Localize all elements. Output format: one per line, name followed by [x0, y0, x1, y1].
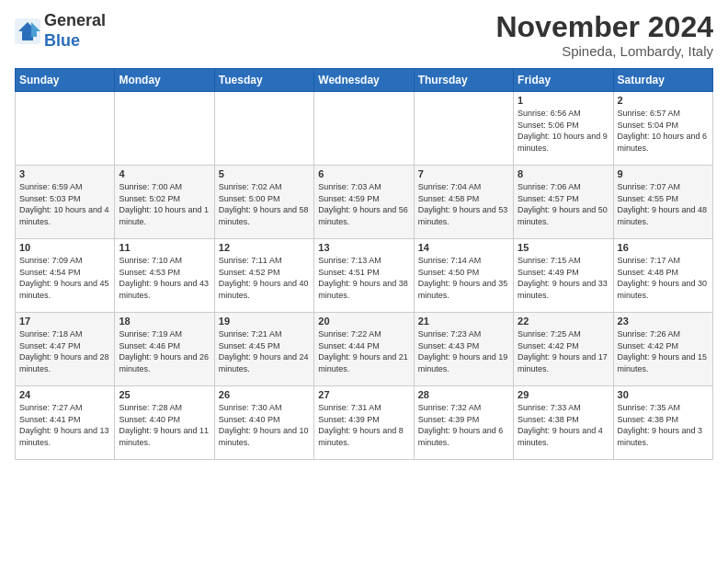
- day-info: Sunrise: 7:27 AM Sunset: 4:41 PM Dayligh…: [19, 402, 110, 448]
- calendar-week-row: 24Sunrise: 7:27 AM Sunset: 4:41 PM Dayli…: [16, 386, 713, 460]
- calendar-cell: 13Sunrise: 7:13 AM Sunset: 4:51 PM Dayli…: [314, 239, 414, 313]
- day-info: Sunrise: 7:26 AM Sunset: 4:42 PM Dayligh…: [618, 328, 709, 374]
- month-title: November 2024: [495, 11, 713, 43]
- calendar-cell: 3Sunrise: 6:59 AM Sunset: 5:03 PM Daylig…: [16, 166, 115, 239]
- day-info: Sunrise: 7:35 AM Sunset: 4:38 PM Dayligh…: [618, 402, 709, 448]
- day-number: 13: [318, 242, 409, 253]
- calendar-week-row: 1Sunrise: 6:56 AM Sunset: 5:06 PM Daylig…: [16, 92, 713, 166]
- day-number: 29: [518, 389, 609, 400]
- day-info: Sunrise: 7:23 AM Sunset: 4:43 PM Dayligh…: [418, 328, 509, 374]
- day-info: Sunrise: 7:25 AM Sunset: 4:42 PM Dayligh…: [518, 328, 609, 374]
- day-number: 18: [119, 316, 210, 327]
- day-info: Sunrise: 7:21 AM Sunset: 4:45 PM Dayligh…: [219, 328, 310, 374]
- weekday-header: Friday: [514, 69, 613, 92]
- calendar-cell: 2Sunrise: 6:57 AM Sunset: 5:04 PM Daylig…: [613, 92, 712, 166]
- day-number: 8: [518, 168, 609, 179]
- day-number: 2: [618, 95, 709, 106]
- calendar-cell: 15Sunrise: 7:15 AM Sunset: 4:49 PM Dayli…: [514, 239, 613, 313]
- calendar-cell: 20Sunrise: 7:22 AM Sunset: 4:44 PM Dayli…: [314, 313, 414, 386]
- day-number: 21: [418, 316, 509, 327]
- calendar-table: SundayMondayTuesdayWednesdayThursdayFrid…: [15, 68, 713, 460]
- calendar-cell: 6Sunrise: 7:03 AM Sunset: 4:59 PM Daylig…: [314, 166, 414, 239]
- calendar-cell: 11Sunrise: 7:10 AM Sunset: 4:53 PM Dayli…: [115, 239, 214, 313]
- calendar-cell: 18Sunrise: 7:19 AM Sunset: 4:46 PM Dayli…: [115, 313, 214, 386]
- day-info: Sunrise: 6:56 AM Sunset: 5:06 PM Dayligh…: [518, 108, 609, 154]
- calendar-header-row: SundayMondayTuesdayWednesdayThursdayFrid…: [16, 69, 713, 92]
- weekday-header: Sunday: [16, 69, 115, 92]
- weekday-header: Monday: [115, 69, 214, 92]
- day-info: Sunrise: 7:03 AM Sunset: 4:59 PM Dayligh…: [318, 181, 409, 227]
- page: General Blue November 2024 Spineda, Lomb…: [0, 0, 728, 563]
- day-number: 15: [518, 242, 609, 253]
- title-block: November 2024 Spineda, Lombardy, Italy: [495, 11, 713, 59]
- calendar-cell: [16, 92, 115, 166]
- calendar-cell: 24Sunrise: 7:27 AM Sunset: 4:41 PM Dayli…: [16, 386, 115, 460]
- day-info: Sunrise: 7:22 AM Sunset: 4:44 PM Dayligh…: [318, 328, 409, 374]
- calendar-cell: 4Sunrise: 7:00 AM Sunset: 5:02 PM Daylig…: [115, 166, 214, 239]
- calendar-cell: 23Sunrise: 7:26 AM Sunset: 4:42 PM Dayli…: [613, 313, 712, 386]
- calendar-cell: [414, 92, 513, 166]
- day-number: 9: [618, 168, 709, 179]
- day-info: Sunrise: 7:10 AM Sunset: 4:53 PM Dayligh…: [119, 255, 210, 301]
- logo: General Blue: [15, 11, 106, 51]
- logo-icon: [15, 18, 40, 44]
- day-info: Sunrise: 7:33 AM Sunset: 4:38 PM Dayligh…: [518, 402, 609, 448]
- weekday-header: Thursday: [414, 69, 513, 92]
- calendar-cell: 7Sunrise: 7:04 AM Sunset: 4:58 PM Daylig…: [414, 166, 513, 239]
- day-number: 14: [418, 242, 509, 253]
- day-info: Sunrise: 7:06 AM Sunset: 4:57 PM Dayligh…: [518, 181, 609, 227]
- calendar-cell: 12Sunrise: 7:11 AM Sunset: 4:52 PM Dayli…: [214, 239, 313, 313]
- logo-text: General Blue: [44, 11, 106, 51]
- calendar-cell: 16Sunrise: 7:17 AM Sunset: 4:48 PM Dayli…: [613, 239, 712, 313]
- day-number: 7: [418, 168, 509, 179]
- calendar-cell: 25Sunrise: 7:28 AM Sunset: 4:40 PM Dayli…: [115, 386, 214, 460]
- day-info: Sunrise: 7:09 AM Sunset: 4:54 PM Dayligh…: [19, 255, 110, 301]
- calendar-cell: [314, 92, 414, 166]
- day-number: 20: [318, 316, 409, 327]
- day-number: 3: [19, 168, 110, 179]
- location: Spineda, Lombardy, Italy: [495, 43, 713, 59]
- weekday-header: Wednesday: [314, 69, 414, 92]
- day-info: Sunrise: 7:02 AM Sunset: 5:00 PM Dayligh…: [219, 181, 310, 227]
- day-info: Sunrise: 7:18 AM Sunset: 4:47 PM Dayligh…: [19, 328, 110, 374]
- day-number: 11: [119, 242, 210, 253]
- day-number: 26: [219, 389, 310, 400]
- weekday-header: Tuesday: [214, 69, 313, 92]
- day-number: 28: [418, 389, 509, 400]
- day-number: 19: [219, 316, 310, 327]
- day-info: Sunrise: 7:17 AM Sunset: 4:48 PM Dayligh…: [618, 255, 709, 301]
- calendar-cell: [214, 92, 313, 166]
- calendar-cell: 27Sunrise: 7:31 AM Sunset: 4:39 PM Dayli…: [314, 386, 414, 460]
- day-number: 30: [618, 389, 709, 400]
- day-info: Sunrise: 6:59 AM Sunset: 5:03 PM Dayligh…: [19, 181, 110, 227]
- day-number: 22: [518, 316, 609, 327]
- day-info: Sunrise: 7:31 AM Sunset: 4:39 PM Dayligh…: [318, 402, 409, 448]
- day-number: 4: [119, 168, 210, 179]
- calendar-cell: 10Sunrise: 7:09 AM Sunset: 4:54 PM Dayli…: [16, 239, 115, 313]
- day-info: Sunrise: 7:32 AM Sunset: 4:39 PM Dayligh…: [418, 402, 509, 448]
- day-number: 1: [518, 95, 609, 106]
- calendar-cell: 8Sunrise: 7:06 AM Sunset: 4:57 PM Daylig…: [514, 166, 613, 239]
- day-number: 25: [119, 389, 210, 400]
- calendar-cell: 14Sunrise: 7:14 AM Sunset: 4:50 PM Dayli…: [414, 239, 513, 313]
- calendar-cell: 28Sunrise: 7:32 AM Sunset: 4:39 PM Dayli…: [414, 386, 513, 460]
- day-info: Sunrise: 7:00 AM Sunset: 5:02 PM Dayligh…: [119, 181, 210, 227]
- calendar-cell: 5Sunrise: 7:02 AM Sunset: 5:00 PM Daylig…: [214, 166, 313, 239]
- calendar-cell: 22Sunrise: 7:25 AM Sunset: 4:42 PM Dayli…: [514, 313, 613, 386]
- calendar-cell: 29Sunrise: 7:33 AM Sunset: 4:38 PM Dayli…: [514, 386, 613, 460]
- day-info: Sunrise: 7:28 AM Sunset: 4:40 PM Dayligh…: [119, 402, 210, 448]
- day-info: Sunrise: 6:57 AM Sunset: 5:04 PM Dayligh…: [618, 108, 709, 154]
- calendar-cell: 19Sunrise: 7:21 AM Sunset: 4:45 PM Dayli…: [214, 313, 313, 386]
- calendar-week-row: 3Sunrise: 6:59 AM Sunset: 5:03 PM Daylig…: [16, 166, 713, 239]
- header: General Blue November 2024 Spineda, Lomb…: [15, 11, 713, 59]
- day-info: Sunrise: 7:13 AM Sunset: 4:51 PM Dayligh…: [318, 255, 409, 301]
- calendar-cell: [115, 92, 214, 166]
- calendar-cell: 1Sunrise: 6:56 AM Sunset: 5:06 PM Daylig…: [514, 92, 613, 166]
- day-info: Sunrise: 7:04 AM Sunset: 4:58 PM Dayligh…: [418, 181, 509, 227]
- day-info: Sunrise: 7:19 AM Sunset: 4:46 PM Dayligh…: [119, 328, 210, 374]
- calendar-cell: 21Sunrise: 7:23 AM Sunset: 4:43 PM Dayli…: [414, 313, 513, 386]
- day-info: Sunrise: 7:14 AM Sunset: 4:50 PM Dayligh…: [418, 255, 509, 301]
- day-info: Sunrise: 7:30 AM Sunset: 4:40 PM Dayligh…: [219, 402, 310, 448]
- day-number: 27: [318, 389, 409, 400]
- calendar-cell: 9Sunrise: 7:07 AM Sunset: 4:55 PM Daylig…: [613, 166, 712, 239]
